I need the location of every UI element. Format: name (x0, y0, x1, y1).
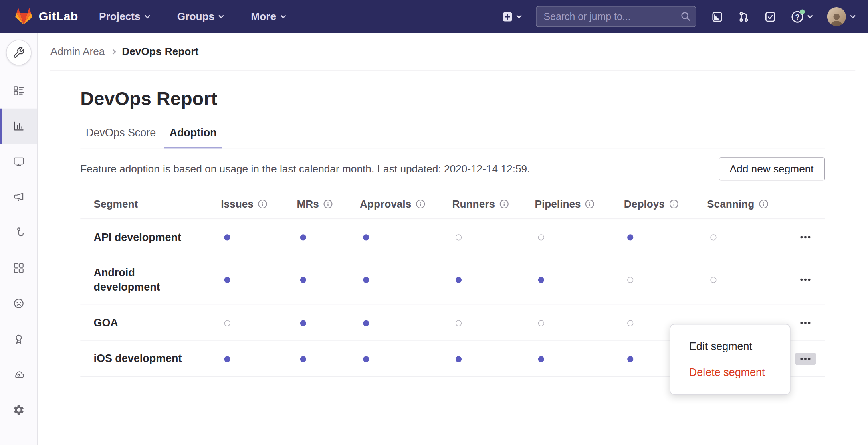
row-actions-button[interactable] (795, 317, 816, 329)
merge-request-icon (738, 11, 749, 22)
avatar (827, 7, 846, 26)
column-label: Segment (93, 198, 138, 210)
column-header-approvals: Approvals (360, 198, 452, 210)
sidebar-item-messages[interactable] (0, 180, 37, 215)
row-actions-cell (786, 231, 825, 243)
page-title: DevOps Report (80, 88, 825, 110)
gitlab-tanuki-logo-icon (14, 7, 33, 26)
info-icon[interactable] (416, 199, 425, 208)
column-header-runners: Runners (452, 198, 535, 210)
sidebar-item-applications[interactable] (0, 250, 37, 285)
segment-name: API development (80, 220, 221, 254)
new-item-menu-button[interactable] (502, 11, 521, 22)
adoption-dot-empty (707, 231, 786, 243)
info-icon[interactable] (499, 199, 509, 208)
adoption-dot-empty (221, 317, 297, 329)
nav-projects-label: Projects (99, 10, 141, 22)
sidebar-item-license[interactable] (0, 321, 37, 356)
ellipsis-icon (800, 321, 811, 324)
search-box (536, 6, 696, 27)
todos-button[interactable] (765, 11, 776, 22)
sidebar-item-settings[interactable] (0, 392, 37, 427)
merge-requests-button[interactable] (738, 11, 749, 22)
gitlab-admin-devops-report: GitLab Projects Groups More (0, 0, 868, 445)
gitlab-home-link[interactable]: GitLab (14, 7, 78, 26)
adoption-dot-empty (452, 231, 535, 243)
menu-item-edit-segment[interactable]: Edit segment (670, 334, 790, 360)
row-actions-cell (786, 274, 825, 286)
segment-name: iOS development (80, 342, 221, 376)
abuse-report-icon (12, 297, 24, 309)
todo-check-icon (765, 11, 776, 22)
adoption-dot-filled (297, 352, 359, 364)
issues-icon (711, 11, 723, 22)
sidebar-item-admin-area[interactable] (6, 40, 32, 65)
adoption-description: Feature adoption is based on usage in th… (80, 163, 530, 175)
sidebar-item-monitoring[interactable] (0, 144, 37, 179)
tab-devops-score[interactable]: DevOps Score (80, 126, 161, 148)
tab-adoption[interactable]: Adoption (164, 126, 222, 148)
menu-item-delete-segment[interactable]: Delete segment (670, 360, 790, 386)
ellipsis-icon (800, 278, 811, 281)
help-menu-button[interactable]: ? (791, 10, 812, 23)
search-input[interactable] (536, 6, 696, 27)
ellipsis-icon (800, 357, 811, 360)
megaphone-icon (12, 191, 24, 203)
adoption-dot-filled (360, 317, 452, 329)
sidebar-item-abuse-reports[interactable] (0, 286, 37, 321)
main-nav: Projects Groups More (99, 10, 285, 22)
segment-name: GOA (80, 305, 221, 340)
nav-groups-menu[interactable]: Groups (177, 10, 223, 22)
info-icon[interactable] (258, 199, 267, 208)
adoption-dot-filled (624, 231, 707, 243)
table-row: API development (80, 219, 825, 255)
nav-more-menu[interactable]: More (251, 10, 285, 22)
settings-gear-icon (12, 404, 24, 416)
breadcrumb-admin-area[interactable]: Admin Area (50, 45, 105, 57)
adoption-dot-filled (535, 274, 624, 286)
row-actions-cell (786, 352, 825, 364)
info-icon[interactable] (585, 199, 595, 208)
nav-more-label: More (251, 10, 276, 22)
row-actions-button[interactable] (795, 274, 816, 286)
clusters-icon (12, 368, 24, 380)
issues-button[interactable] (711, 11, 723, 22)
license-icon (12, 333, 24, 345)
adoption-dot-filled (297, 231, 359, 243)
table-row: Android development (80, 255, 825, 305)
row-actions-button[interactable] (795, 352, 816, 364)
wrench-icon (12, 47, 24, 59)
chevron-down-icon (145, 13, 150, 18)
adoption-dot-filled (452, 274, 535, 286)
column-header-scanning: Scanning (707, 198, 786, 210)
search-icon[interactable] (680, 11, 691, 22)
info-icon[interactable] (323, 199, 333, 208)
user-menu-button[interactable] (827, 7, 855, 26)
column-label: Pipelines (535, 198, 581, 210)
row-actions-button[interactable] (795, 231, 816, 243)
column-label: Approvals (360, 198, 411, 210)
chevron-down-icon (219, 13, 224, 18)
sidebar-item-clusters[interactable] (0, 357, 37, 392)
adoption-toolbar: Feature adoption is based on usage in th… (80, 157, 825, 180)
person-silhouette-icon (828, 12, 845, 26)
sidebar-item-analytics[interactable] (0, 109, 37, 144)
sidebar-item-overview[interactable] (0, 73, 37, 108)
adoption-dot-filled (452, 352, 535, 364)
add-new-segment-button[interactable]: Add new segment (719, 157, 825, 180)
nav-groups-label: Groups (177, 10, 214, 22)
info-icon[interactable] (759, 199, 768, 208)
admin-sidebar (0, 33, 38, 445)
navbar-right: ? (502, 6, 855, 27)
adoption-dot-filled (221, 231, 297, 243)
adoption-dot-filled (221, 352, 297, 364)
sidebar-item-system-hooks[interactable] (0, 215, 37, 250)
svg-text:?: ? (795, 12, 800, 21)
chevron-down-icon (281, 13, 286, 18)
info-icon[interactable] (669, 199, 678, 208)
adoption-dot-filled (221, 274, 297, 286)
overview-icon (12, 85, 24, 97)
page-content: DevOps Report DevOps Score Adoption Feat… (80, 70, 825, 377)
adoption-dot-filled (360, 352, 452, 364)
nav-projects-menu[interactable]: Projects (99, 10, 149, 22)
